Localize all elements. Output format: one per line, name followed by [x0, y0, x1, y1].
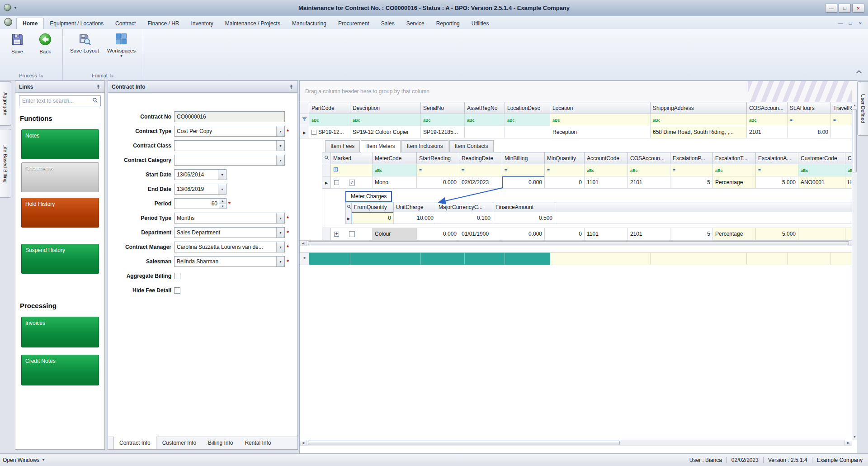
- abc-filter-icon[interactable]: aBc: [375, 168, 382, 173]
- filter-cell[interactable]: =: [756, 164, 798, 176]
- cell-fromquantity[interactable]: 0: [352, 212, 394, 224]
- cell-metercode[interactable]: Colour: [373, 228, 417, 240]
- new-cell-cosaccount[interactable]: [747, 253, 788, 265]
- contract-manager-dropdown[interactable]: Carolina Suzzetta Lourens van de... ▼: [174, 242, 285, 252]
- cell-startreading[interactable]: 0.000: [417, 228, 459, 240]
- filter-cell[interactable]: aBc: [651, 114, 747, 126]
- scroll-left-icon[interactable]: ◀: [300, 440, 307, 446]
- abc-filter-icon[interactable]: aBc: [801, 168, 808, 173]
- cell-escalationp[interactable]: 5: [670, 176, 713, 189]
- column-header-customercode[interactable]: CustomerCode: [798, 152, 845, 164]
- scroll-right-icon[interactable]: ▶: [844, 440, 852, 446]
- marked-checkbox[interactable]: ✓: [349, 231, 355, 237]
- column-header-escalationa[interactable]: EscalationA...: [756, 152, 798, 164]
- pin-icon[interactable]: [96, 84, 101, 90]
- tab-item-inclusions[interactable]: Item Inclusions: [401, 140, 448, 152]
- new-cell-slahours[interactable]: [788, 253, 831, 265]
- cell-financeamount[interactable]: 0.500: [493, 212, 555, 224]
- cell-customercode[interactable]: [798, 228, 845, 240]
- documents-button[interactable]: Documents: [21, 162, 99, 192]
- search-icon[interactable]: [322, 152, 331, 164]
- ribbon-tab-service[interactable]: Service: [401, 18, 430, 29]
- column-header-marked[interactable]: Marked: [331, 152, 373, 164]
- contract-category-dropdown[interactable]: ▼: [174, 155, 285, 166]
- tab-customer-info[interactable]: Customer Info: [156, 437, 202, 449]
- chevron-down-icon[interactable]: ▼: [218, 184, 226, 194]
- detail-horizontal-scrollbar[interactable]: ◀ ▶: [300, 240, 857, 246]
- column-header-majorcurrency[interactable]: MajorCurrencyC...: [436, 202, 493, 212]
- cell-customercode[interactable]: ANO0001: [798, 176, 845, 189]
- column-header-startreading[interactable]: StartReading: [417, 152, 459, 164]
- dock-tab-aggregate[interactable]: Aggregate: [0, 81, 11, 126]
- department-dropdown[interactable]: Sales Department ▼: [174, 227, 285, 238]
- hold-history-button[interactable]: Hold History: [21, 198, 99, 228]
- spin-down-icon[interactable]: ▼: [219, 204, 226, 209]
- filter-cell[interactable]: =: [788, 114, 831, 126]
- dialog-launcher-icon[interactable]: [39, 73, 43, 78]
- end-date-field[interactable]: 13/06/2019 ▼: [174, 184, 226, 195]
- cell-assetregno[interactable]: [465, 126, 505, 138]
- filter-cell[interactable]: aBc: [550, 114, 651, 126]
- cell-serialno[interactable]: SP19-12185...: [421, 126, 465, 138]
- scrollbar-thumb[interactable]: [308, 441, 620, 445]
- cell-partcode[interactable]: −SP19-12...: [309, 126, 350, 138]
- credit-notes-button[interactable]: Credit Notes: [21, 355, 99, 385]
- cell-cosaccount[interactable]: 2101: [747, 126, 788, 138]
- mdi-close-button[interactable]: ×: [855, 19, 865, 27]
- notes-button[interactable]: Notes: [21, 129, 99, 159]
- filter-cell[interactable]: aBc: [585, 164, 628, 176]
- column-header-minquantity[interactable]: MinQuantity: [545, 152, 585, 164]
- cell-escalationt[interactable]: Percentage: [713, 176, 756, 189]
- ribbon-tab-utilities[interactable]: Utilities: [466, 18, 495, 29]
- app-icon[interactable]: [4, 4, 11, 13]
- chevron-down-icon[interactable]: ▼: [276, 213, 284, 223]
- tab-rental-info[interactable]: Rental Info: [239, 437, 277, 449]
- ribbon-tab-reporting[interactable]: Reporting: [430, 18, 466, 29]
- abc-filter-icon[interactable]: aBc: [353, 118, 360, 123]
- dock-tab-user-defined[interactable]: User Defined: [857, 81, 868, 136]
- suspend-history-button[interactable]: Suspend History: [21, 244, 99, 274]
- filter-cell[interactable]: =: [545, 164, 585, 176]
- column-header-cosaccount[interactable]: COSAccoun...: [747, 102, 788, 114]
- contract-no-field[interactable]: CO0000016: [174, 111, 285, 122]
- column-header-locationdesc[interactable]: LocationDesc: [505, 102, 550, 114]
- tab-contract-info[interactable]: Contract Info: [113, 437, 156, 449]
- cell-marked[interactable]: −✓: [331, 176, 373, 189]
- column-header-escalationp[interactable]: EscalationP...: [670, 152, 713, 164]
- column-header-metercode[interactable]: MeterCode: [373, 152, 417, 164]
- filter-cell[interactable]: aBc: [713, 164, 756, 176]
- quick-access-caret-icon[interactable]: ▼: [14, 6, 17, 10]
- start-date-field[interactable]: 13/06/2014 ▼: [174, 169, 226, 180]
- chevron-down-icon[interactable]: ▼: [276, 242, 284, 252]
- aggregate-billing-checkbox[interactable]: ✓: [174, 273, 180, 279]
- period-stepper[interactable]: 60 ▲ ▼: [174, 198, 226, 209]
- cell-cosaccount[interactable]: 2101: [628, 176, 670, 189]
- cell-readingdate[interactable]: 01/01/1900: [459, 228, 502, 240]
- contract-class-dropdown[interactable]: ▼: [174, 140, 285, 151]
- scroll-down-icon[interactable]: ▼: [852, 433, 857, 440]
- cell-shippingaddress[interactable]: 658 Dime Road, South Riding, ,...: [651, 126, 747, 138]
- column-header-cosaccount[interactable]: COSAccoun...: [628, 152, 670, 164]
- abc-filter-icon[interactable]: aBc: [715, 168, 723, 173]
- cell-minbilling[interactable]: 0.000: [502, 228, 545, 240]
- new-cell-assetregno[interactable]: [465, 253, 505, 265]
- chevron-down-icon[interactable]: ▼: [218, 170, 226, 180]
- ribbon-tab-inventory[interactable]: Inventory: [185, 18, 219, 29]
- cell-accountcode[interactable]: 1101: [585, 176, 628, 189]
- chevron-down-icon[interactable]: ▼: [276, 155, 284, 165]
- new-cell-location[interactable]: [550, 253, 651, 265]
- column-header-serialno[interactable]: SerialNo: [421, 102, 465, 114]
- search-icon[interactable]: [346, 202, 352, 212]
- scroll-left-icon[interactable]: ◀: [300, 241, 307, 246]
- filter-cell[interactable]: aBc: [465, 114, 505, 126]
- dialog-launcher-icon[interactable]: [110, 73, 114, 78]
- new-cell-serialno[interactable]: [421, 253, 465, 265]
- column-header-escalationt[interactable]: EscalationT...: [713, 152, 756, 164]
- column-header-fromquantity[interactable]: FromQuantity: [352, 202, 394, 212]
- ribbon-tab-manufacturing[interactable]: Manufacturing: [286, 18, 332, 29]
- chevron-down-icon[interactable]: ▼: [276, 126, 284, 136]
- column-header-location[interactable]: Location: [550, 102, 651, 114]
- grid-vertical-scrollbar[interactable]: ▲ ▼: [852, 102, 857, 440]
- column-header-readingdate[interactable]: ReadingDate: [459, 152, 502, 164]
- filter-cell[interactable]: =: [670, 164, 713, 176]
